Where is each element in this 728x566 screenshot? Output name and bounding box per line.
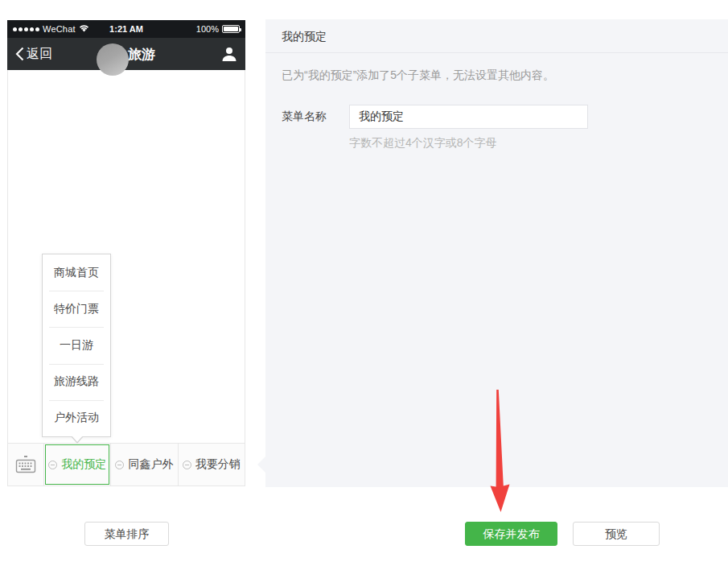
submenu-item[interactable]: 特价门票 <box>43 291 110 327</box>
censored-avatar-blur <box>97 43 129 76</box>
account-title: 旅游 <box>128 45 155 64</box>
collapse-minus-icon <box>183 461 191 469</box>
phone-preview: WeChat 1:21 AM 100% 返回 旅游 <box>7 20 245 486</box>
menu-item-label: 同鑫户外 <box>128 457 173 472</box>
submenu-item[interactable]: 户外活动 <box>43 400 110 436</box>
keyboard-icon <box>14 455 37 474</box>
submenu-item[interactable]: 商城首页 <box>43 254 110 291</box>
phone-menu-bar: 我的预定 同鑫户外 我要分销 <box>7 443 245 486</box>
save-publish-button[interactable]: 保存并发布 <box>465 522 557 546</box>
menu-name-hint: 字数不超过4个汉字或8个字母 <box>349 136 728 151</box>
signal-strength-icon <box>13 27 39 31</box>
menu-item-label: 我要分销 <box>195 457 241 472</box>
menu-sort-button[interactable]: 菜单排序 <box>84 522 169 546</box>
menu-item-my-booking[interactable]: 我的预定 <box>43 444 110 485</box>
menu-name-label: 菜单名称 <box>282 109 349 124</box>
submenu-item[interactable]: 一日游 <box>43 327 110 363</box>
menu-name-row: 菜单名称 <box>282 105 728 129</box>
menu-item-label: 我的预定 <box>61 457 106 472</box>
back-label: 返回 <box>27 46 52 63</box>
phone-status-bar: WeChat 1:21 AM 100% <box>7 20 245 38</box>
menu-item-tongxin-outdoor[interactable]: 同鑫户外 <box>110 444 177 485</box>
back-chevron-icon <box>15 47 24 61</box>
menu-name-input[interactable] <box>349 105 588 129</box>
battery-icon <box>222 25 240 33</box>
back-button[interactable]: 返回 <box>15 46 52 63</box>
carrier-label: WeChat <box>43 24 76 34</box>
status-time: 1:21 AM <box>109 24 143 34</box>
preview-button[interactable]: 预览 <box>573 522 660 546</box>
wifi-icon <box>79 24 89 34</box>
battery-percent-label: 100% <box>196 24 219 34</box>
collapse-minus-icon <box>48 461 57 469</box>
menu-item-distribution[interactable]: 我要分销 <box>178 444 245 485</box>
keyboard-toggle[interactable] <box>8 444 43 485</box>
panel-pointer-arrow <box>257 457 265 473</box>
submenu-popup: 商城首页 特价门票 一日游 旅游线路 户外活动 <box>42 254 111 437</box>
submenu-limit-notice: 已为“我的预定”添加了5个子菜单，无法设置其他内容。 <box>265 53 728 83</box>
collapse-minus-icon <box>115 461 124 469</box>
menu-editor-panel: 我的预定 已为“我的预定”添加了5个子菜单，无法设置其他内容。 菜单名称 字数不… <box>265 19 728 487</box>
phone-screen: 商城首页 特价门票 一日游 旅游线路 户外活动 <box>7 70 245 443</box>
menu-editor-page: WeChat 1:21 AM 100% 返回 旅游 <box>0 0 728 566</box>
profile-person-icon[interactable] <box>221 46 237 65</box>
submenu-item[interactable]: 旅游线路 <box>43 364 110 400</box>
panel-title: 我的预定 <box>265 19 728 53</box>
